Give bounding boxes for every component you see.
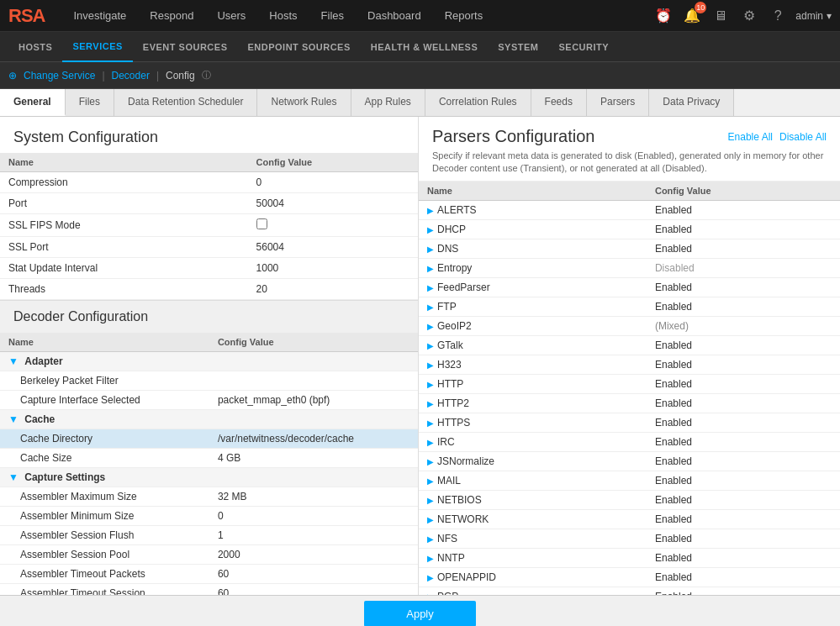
enable-all-button[interactable]: Enable All xyxy=(728,131,773,143)
parser-row[interactable]: ▶NETWORKEnabled xyxy=(419,509,840,529)
parser-row[interactable]: ▶IRCEnabled xyxy=(419,432,840,451)
tools-icon[interactable]: ⚙ xyxy=(738,5,760,27)
parser-expand-icon[interactable]: ▶ xyxy=(427,341,434,350)
parser-row[interactable]: ▶EntropyDisabled xyxy=(419,258,840,277)
admin-menu[interactable]: admin ▾ xyxy=(795,10,832,22)
monitor-icon[interactable]: 🖥 xyxy=(710,5,732,27)
decoder-config-row[interactable]: Berkeley Packet Filter xyxy=(0,371,418,391)
sec-nav-system[interactable]: SYSTEM xyxy=(488,32,548,62)
parser-row[interactable]: ▶NFSEnabled xyxy=(419,529,840,548)
parser-expand-icon[interactable]: ▶ xyxy=(427,418,434,428)
decoder-config-row[interactable]: Assembler Maximum Size32 MB xyxy=(0,487,418,507)
group-toggle-icon[interactable]: ▼ xyxy=(8,355,21,367)
nav-files[interactable]: Files xyxy=(309,0,356,32)
system-config-row[interactable]: Stat Update Interval1000 xyxy=(0,258,418,279)
sec-nav-health[interactable]: HEALTH & WELLNESS xyxy=(361,32,488,62)
apply-button[interactable]: Apply xyxy=(364,601,476,626)
parser-expand-icon[interactable]: ▶ xyxy=(427,534,434,544)
parser-expand-icon[interactable]: ▶ xyxy=(427,380,434,389)
parser-row[interactable]: ▶GeoIP2(Mixed) xyxy=(419,316,840,335)
sec-nav-security[interactable]: SECURITY xyxy=(548,32,619,62)
parser-row[interactable]: ▶NETBIOSEnabled xyxy=(419,490,840,509)
decoder-group-header[interactable]: ▼ Cache xyxy=(0,410,418,429)
parser-expand-icon[interactable]: ▶ xyxy=(427,264,434,273)
parser-row[interactable]: ▶DHCPEnabled xyxy=(419,219,840,239)
system-config-row[interactable]: SSL FIPS Mode xyxy=(0,214,418,237)
tab-data-privacy[interactable]: Data Privacy xyxy=(649,89,734,116)
parser-row[interactable]: ▶GTalkEnabled xyxy=(419,335,840,355)
system-config-value[interactable] xyxy=(248,214,418,237)
decoder-config-row[interactable]: Cache Directory/var/netwitness/decoder/c… xyxy=(0,429,418,449)
system-config-row[interactable]: Threads20 xyxy=(0,279,418,300)
decoder-config-row[interactable]: Assembler Timeout Packets60 xyxy=(0,565,418,584)
decoder-config-row[interactable]: Cache Size4 GB xyxy=(0,449,418,468)
decoder-group-header[interactable]: ▼ Adapter xyxy=(0,352,418,371)
decoder-config-row[interactable]: Assembler Minimum Size0 xyxy=(0,507,418,526)
parser-expand-icon[interactable]: ▶ xyxy=(427,322,434,331)
tab-parsers[interactable]: Parsers xyxy=(587,89,649,116)
tab-correlation-rules[interactable]: Correlation Rules xyxy=(425,89,531,116)
parser-expand-icon[interactable]: ▶ xyxy=(427,206,434,215)
clock-icon[interactable]: ⏰ xyxy=(652,5,674,27)
system-config-row[interactable]: SSL Port56004 xyxy=(0,237,418,258)
group-toggle-icon[interactable]: ▼ xyxy=(8,471,21,483)
parser-row[interactable]: ▶FTPEnabled xyxy=(419,297,840,316)
nav-reports[interactable]: Reports xyxy=(433,0,495,32)
parser-expand-icon[interactable]: ▶ xyxy=(427,225,434,234)
parser-expand-icon[interactable]: ▶ xyxy=(427,360,434,370)
parser-expand-icon[interactable]: ▶ xyxy=(427,438,434,447)
nav-dashboard[interactable]: Dashboard xyxy=(356,0,433,32)
tab-files[interactable]: Files xyxy=(66,89,114,116)
sec-nav-endpoint-sources[interactable]: ENDPOINT SOURCES xyxy=(237,32,360,62)
parser-expand-icon[interactable]: ▶ xyxy=(427,457,434,466)
parser-row[interactable]: ▶HTTPEnabled xyxy=(419,374,840,393)
system-config-row[interactable]: Compression0 xyxy=(0,172,418,193)
tab-feeds[interactable]: Feeds xyxy=(531,89,587,116)
decoder-group-header[interactable]: ▼ Capture Settings xyxy=(0,468,418,487)
system-config-row[interactable]: Port50004 xyxy=(0,193,418,214)
decoder-config-row[interactable]: Capture Interface Selectedpacket_mmap_et… xyxy=(0,391,418,410)
parser-row[interactable]: ▶ALERTSEnabled xyxy=(419,200,840,219)
breadcrumb-decoder[interactable]: Decoder xyxy=(112,70,150,82)
breadcrumb-change-service[interactable]: Change Service xyxy=(24,70,95,82)
notifications-icon[interactable]: 🔔10 xyxy=(681,5,703,27)
parser-row[interactable]: ▶HTTPSEnabled xyxy=(419,413,840,432)
parser-expand-icon[interactable]: ▶ xyxy=(427,283,434,292)
sec-nav-services[interactable]: SERVICES xyxy=(62,32,132,62)
nav-users[interactable]: Users xyxy=(205,0,257,32)
tab-app-rules[interactable]: App Rules xyxy=(351,89,425,116)
parser-expand-icon[interactable]: ▶ xyxy=(427,573,434,582)
parser-row[interactable]: ▶FeedParserEnabled xyxy=(419,277,840,297)
parser-row[interactable]: ▶H323Enabled xyxy=(419,355,840,374)
parser-row[interactable]: ▶MAILEnabled xyxy=(419,471,840,490)
parser-expand-icon[interactable]: ▶ xyxy=(427,399,434,408)
sec-nav-hosts[interactable]: HOSTS xyxy=(8,32,62,62)
parser-expand-icon[interactable]: ▶ xyxy=(427,302,434,312)
group-toggle-icon[interactable]: ▼ xyxy=(8,413,21,425)
tab-general[interactable]: General xyxy=(0,89,66,116)
parser-expand-icon[interactable]: ▶ xyxy=(427,554,434,563)
ssl-fips-checkbox[interactable] xyxy=(256,218,267,229)
parser-expand-icon[interactable]: ▶ xyxy=(427,592,434,595)
tab-network-rules[interactable]: Network Rules xyxy=(257,89,351,116)
decoder-config-row[interactable]: Assembler Timeout Session60 xyxy=(0,584,418,596)
parser-row[interactable]: ▶OPENAPPIDEnabled xyxy=(419,567,840,587)
parser-row[interactable]: ▶DNSEnabled xyxy=(419,239,840,258)
parser-row[interactable]: ▶HTTP2Enabled xyxy=(419,393,840,413)
decoder-config-row[interactable]: Assembler Session Flush1 xyxy=(0,526,418,545)
sec-nav-event-sources[interactable]: EVENT SOURCES xyxy=(133,32,238,62)
parser-expand-icon[interactable]: ▶ xyxy=(427,245,434,254)
disable-all-button[interactable]: Disable All xyxy=(779,131,827,143)
parser-expand-icon[interactable]: ▶ xyxy=(427,515,434,524)
parser-row[interactable]: ▶PGPEnabled xyxy=(419,587,840,595)
help-icon[interactable]: ? xyxy=(767,5,789,27)
nav-hosts[interactable]: Hosts xyxy=(257,0,309,32)
parser-row[interactable]: ▶NNTPEnabled xyxy=(419,548,840,567)
parser-expand-icon[interactable]: ▶ xyxy=(427,496,434,505)
decoder-config-row[interactable]: Assembler Session Pool2000 xyxy=(0,545,418,565)
tab-data-retention[interactable]: Data Retention Scheduler xyxy=(114,89,257,116)
nav-respond[interactable]: Respond xyxy=(138,0,205,32)
parser-expand-icon[interactable]: ▶ xyxy=(427,476,434,486)
nav-investigate[interactable]: Investigate xyxy=(61,0,138,32)
parser-row[interactable]: ▶JSNormalizeEnabled xyxy=(419,451,840,471)
